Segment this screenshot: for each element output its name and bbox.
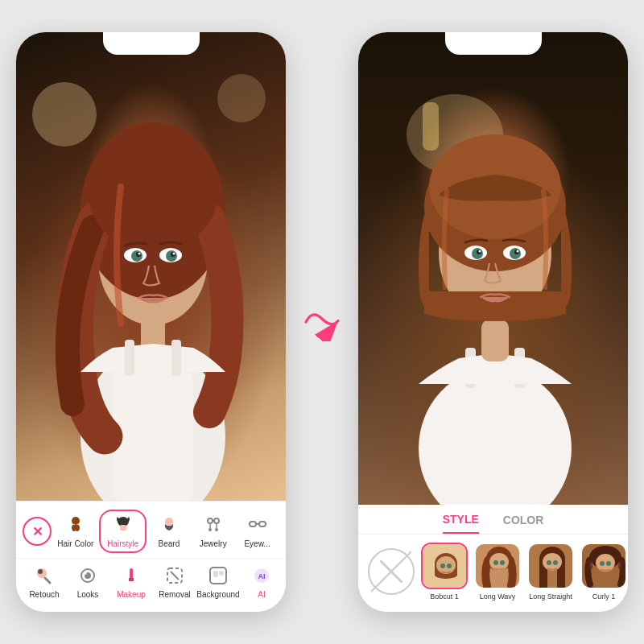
tool-jewelry[interactable]: Jewelry	[192, 511, 235, 551]
style-tabs: STYLE COLOR	[358, 505, 628, 535]
hair-color-icon	[66, 514, 85, 537]
tool-background[interactable]: Background	[196, 564, 240, 602]
jewelry-label: Jewelry	[200, 539, 227, 548]
svg-point-26	[208, 528, 212, 531]
photo-area-left	[16, 32, 286, 501]
close-icon: ✕	[32, 524, 43, 539]
svg-point-76	[489, 553, 509, 571]
svg-point-27	[215, 528, 218, 531]
svg-point-56	[424, 302, 566, 321]
svg-point-9	[89, 138, 217, 251]
phone-left: ✕ Hair Color Hairstyle	[16, 32, 286, 612]
svg-point-73	[447, 564, 452, 568]
longstraight-label: Long Straight	[529, 592, 572, 601]
longwavy-preview	[476, 544, 521, 589]
tab-style[interactable]: STYLE	[443, 513, 479, 534]
svg-point-88	[596, 554, 615, 572]
tool-beard[interactable]: Beard	[147, 511, 191, 551]
curly1-preview	[582, 544, 627, 589]
svg-point-34	[84, 572, 87, 575]
svg-point-1	[32, 82, 97, 147]
background-icon	[209, 567, 227, 588]
svg-point-23	[165, 518, 173, 526]
tab-color[interactable]: COLOR	[503, 514, 544, 533]
hair-color-label: Hair Color	[57, 539, 93, 548]
makeup-icon	[122, 567, 140, 588]
svg-point-78	[500, 560, 505, 565]
toolbar-top-row: ✕ Hair Color Hairstyle	[16, 502, 286, 559]
style-thumb-none	[368, 548, 415, 595]
eyewear-label: Eyew...	[244, 539, 270, 548]
svg-point-90	[606, 561, 611, 566]
hairstyle-label: Hairstyle	[107, 539, 138, 548]
svg-point-83	[543, 553, 562, 571]
looks-icon	[79, 567, 97, 588]
svg-point-89	[600, 561, 605, 566]
background-label: Background	[196, 590, 239, 599]
tool-ai[interactable]: AI AI	[240, 564, 283, 602]
svg-rect-35	[130, 568, 133, 580]
woman-illustration-right	[358, 54, 628, 505]
eyewear-icon	[248, 514, 267, 537]
photo-left-bg	[16, 32, 286, 501]
style-option-bobcut1[interactable]: Bobcut 1	[421, 543, 468, 601]
tool-removal[interactable]: Removal	[153, 564, 196, 602]
tool-makeup[interactable]: Makeup	[109, 564, 153, 602]
svg-point-64	[479, 250, 481, 253]
tool-looks[interactable]: Looks	[66, 564, 109, 602]
beard-icon	[159, 514, 179, 537]
tool-hair-color[interactable]: Hair Color	[52, 511, 98, 551]
jewelry-icon	[204, 514, 223, 537]
woman-illustration-left	[16, 50, 286, 501]
style-option-longstraight[interactable]: Long Straight	[527, 543, 574, 601]
style-thumb-curly1	[580, 543, 627, 589]
svg-line-66	[381, 561, 402, 583]
svg-rect-49	[451, 376, 539, 505]
hairstyle-icon	[114, 514, 133, 537]
bobcut1-preview	[423, 544, 468, 589]
ai-label: AI	[258, 590, 265, 599]
photo-area-right	[358, 32, 628, 505]
style-thumb-longwavy	[474, 543, 521, 589]
app-container: ✕ Hair Color Hairstyle	[0, 0, 644, 644]
close-button[interactable]: ✕	[23, 517, 52, 546]
svg-point-2	[217, 74, 266, 122]
svg-point-17	[173, 253, 175, 255]
svg-point-77	[493, 560, 498, 565]
svg-rect-19	[171, 340, 181, 376]
svg-rect-47	[423, 102, 439, 151]
svg-point-65	[517, 250, 519, 253]
style-option-longwavy[interactable]: Long Wavy	[474, 543, 521, 601]
tool-eyewear[interactable]: Eyew...	[236, 511, 279, 551]
tool-hairstyle[interactable]: Hairstyle	[99, 510, 147, 553]
toolbar-bottom-row: Retouch Looks Makeup	[16, 559, 286, 612]
toolbar-left: ✕ Hair Color Hairstyle	[16, 501, 286, 612]
tool-retouch[interactable]: Retouch	[23, 564, 66, 602]
style-panel: STYLE COLOR	[358, 505, 628, 612]
beard-label: Beard	[159, 539, 180, 548]
notch-left	[103, 32, 200, 55]
ai-icon: AI	[253, 567, 270, 588]
svg-point-20	[72, 517, 80, 525]
bobcut1-label: Bobcut 1	[430, 592, 459, 601]
svg-point-85	[553, 560, 558, 565]
retouch-label: Retouch	[29, 590, 59, 599]
makeup-label: Makeup	[117, 590, 146, 599]
removal-label: Removal	[159, 590, 190, 599]
longwavy-label: Long Wavy	[480, 592, 516, 601]
longstraight-preview	[529, 544, 574, 589]
svg-point-41	[219, 571, 224, 576]
style-thumb-longstraight	[527, 543, 574, 589]
none-icon	[369, 549, 413, 594]
transition-arrow	[303, 303, 341, 341]
style-thumb-bobcut1	[421, 543, 468, 589]
svg-point-84	[547, 560, 551, 565]
curly1-label: Curly 1	[592, 592, 616, 601]
style-option-curly1[interactable]: Curly 1	[580, 543, 627, 601]
svg-point-24	[208, 518, 213, 523]
svg-rect-22	[120, 525, 126, 530]
style-option-none[interactable]	[368, 548, 415, 595]
svg-rect-29	[259, 522, 266, 526]
svg-rect-18	[125, 340, 134, 376]
svg-point-72	[440, 564, 445, 568]
